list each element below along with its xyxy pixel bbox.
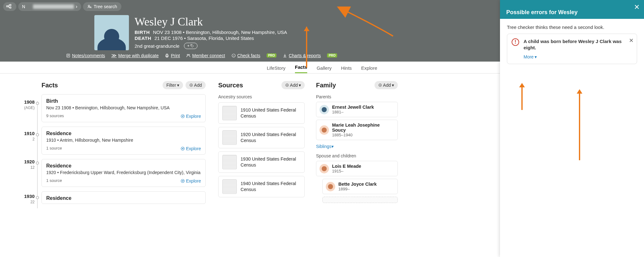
tree-icon-button[interactable] xyxy=(3,2,16,11)
fact-title: Birth xyxy=(46,98,201,104)
print-icon xyxy=(165,53,169,58)
timeline-age: 22 xyxy=(31,200,35,204)
panel-description: Tree checker thinks these need a second … xyxy=(507,25,637,30)
avatar-female-icon xyxy=(326,182,335,191)
plus-circle-icon xyxy=(189,83,193,87)
source-card[interactable]: 1920 United States Federal Census xyxy=(218,127,305,148)
source-card[interactable]: 1910 United States Federal Census xyxy=(218,102,305,124)
alert-text: A child was born before Wesley J Clark w… xyxy=(524,38,624,51)
source-card[interactable]: 1940 United States Federal Census xyxy=(218,176,305,197)
source-card[interactable]: 1930 United States Federal Census xyxy=(218,151,305,173)
svg-rect-1 xyxy=(10,4,11,6)
svg-point-16 xyxy=(181,115,184,118)
breadcrumb-blurred xyxy=(33,4,74,9)
spouse-label: Spouse and children xyxy=(316,153,398,158)
warning-icon: ! xyxy=(512,38,519,46)
family-title: Family xyxy=(316,82,372,89)
family-card[interactable]: Ernest Jewell Clark1881– xyxy=(316,102,398,117)
merge-link[interactable]: ≫ Merge with duplicate xyxy=(111,52,158,58)
family-card[interactable]: Marie Leah Josephine Soucy1885–1940 xyxy=(316,120,398,140)
explore-link[interactable]: Explore xyxy=(180,178,201,183)
family-name: Ernest Jewell Clark xyxy=(332,105,374,110)
source-thumb xyxy=(222,130,237,145)
tree-search-label: Tree search xyxy=(94,4,117,9)
sources-title: Sources xyxy=(218,82,279,89)
filter-button[interactable]: Filter ▾ xyxy=(163,81,183,89)
people-search-icon xyxy=(87,4,92,9)
family-dates: 1885–1940 xyxy=(332,133,394,137)
svg-rect-0 xyxy=(7,6,8,7)
people-icon xyxy=(186,53,191,58)
avatar-male-icon xyxy=(319,105,329,114)
fact-title: Residence xyxy=(46,195,201,201)
tab-gallery[interactable]: Gallery xyxy=(317,65,332,73)
fact-card[interactable]: Residence 1920 • Fredericksburg Upper Wa… xyxy=(42,159,206,187)
fact-detail: Nov 23 1908 • Bennington, Hillsborough, … xyxy=(46,105,201,110)
tab-facts[interactable]: Facts xyxy=(295,64,307,73)
svg-rect-2 xyxy=(10,7,11,8)
pro-badge: PRO xyxy=(267,53,277,57)
timeline-year: 1930 xyxy=(3,194,35,199)
explore-link[interactable]: Explore xyxy=(180,114,201,119)
fact-sources-count: 1 source xyxy=(46,146,201,150)
person-name: Wesley J Clark xyxy=(135,15,287,28)
relation-text: 2nd great-granduncle xyxy=(135,43,180,49)
plus-circle-icon xyxy=(285,83,289,87)
chevron-down-icon: ▾ xyxy=(331,144,334,149)
family-card[interactable]: Lois E Meade1915– xyxy=(316,161,398,176)
print-link[interactable]: Print xyxy=(165,53,180,58)
avatar-female-icon xyxy=(319,125,329,135)
tree-nodes-icon xyxy=(6,4,11,9)
family-name: Marie Leah Josephine Soucy xyxy=(332,123,394,133)
notes-icon xyxy=(66,53,70,58)
source-thumb xyxy=(222,106,237,120)
alert-close-button[interactable]: ✕ xyxy=(629,37,634,44)
explore-link[interactable]: Explore xyxy=(180,146,201,151)
add-tag-button[interactable]: + xyxy=(184,43,197,49)
alert-more-link[interactable]: More ▾ xyxy=(524,54,537,59)
tree-search-button[interactable]: Tree search xyxy=(83,2,121,11)
timeline-year: 1908 xyxy=(3,99,35,105)
panel-title: Possible errors for Wesley xyxy=(506,9,578,16)
fact-sources-count: 1 source xyxy=(46,178,201,183)
fact-card[interactable]: Birth Nov 23 1908 • Bennington, Hillsbor… xyxy=(42,94,206,122)
fact-card[interactable]: Residence xyxy=(42,191,206,204)
tab-lifestory[interactable]: LifeStory xyxy=(267,65,286,73)
charts-link[interactable]: Charts & reports xyxy=(283,53,321,58)
source-title: 1930 United States Federal Census xyxy=(241,156,301,168)
error-alert-card[interactable]: ! ✕ A child was born before Wesley J Cla… xyxy=(507,34,637,64)
svg-rect-10 xyxy=(166,54,168,55)
family-dates: 1899– xyxy=(338,187,377,191)
chevron-down-icon: ▾ xyxy=(392,83,394,88)
add-source-button[interactable]: Add ▾ xyxy=(281,81,305,89)
person-avatar[interactable] xyxy=(94,15,129,50)
svg-point-18 xyxy=(181,179,184,183)
compass-icon xyxy=(180,179,185,183)
fact-detail: 1910 • Antrim, Hillsborough, New Hampshi… xyxy=(46,138,201,143)
tab-hints[interactable]: Hints xyxy=(341,65,352,73)
family-card[interactable]: Bette Joyce Clark1899– xyxy=(322,179,398,194)
sources-sublabel: Ancestry sources xyxy=(218,94,305,99)
check-facts-link[interactable]: Check facts xyxy=(231,53,260,58)
avatar-female-icon xyxy=(319,164,329,173)
birth-value: NOV 23 1908 • Bennington, Hillsborough, … xyxy=(153,30,287,35)
notes-link[interactable]: Notes/comments xyxy=(66,53,105,58)
source-title: 1940 United States Federal Census xyxy=(241,181,301,193)
fact-detail: 1920 • Fredericksburg Upper Ward, Freder… xyxy=(46,170,201,175)
chevron-down-icon: ▾ xyxy=(535,54,537,59)
compass-icon xyxy=(180,114,185,118)
siblings-toggle[interactable]: Siblings ▾ xyxy=(316,144,334,149)
panel-close-button[interactable]: ✕ xyxy=(634,3,640,11)
fact-title: Residence xyxy=(46,131,201,136)
birth-label: BIRTH xyxy=(135,30,150,35)
fact-card[interactable]: Residence 1910 • Antrim, Hillsborough, N… xyxy=(42,127,206,155)
merge-icon: ≫ xyxy=(111,52,117,58)
member-connect-link[interactable]: Member connect xyxy=(186,53,225,58)
add-child-placeholder[interactable] xyxy=(322,197,398,203)
timeline-year: 1920 xyxy=(3,159,35,164)
add-fact-button[interactable]: Add xyxy=(186,81,206,89)
tab-explore[interactable]: Explore xyxy=(361,65,377,73)
add-family-button[interactable]: Add ▾ xyxy=(375,81,398,89)
breadcrumb-pill[interactable]: N › xyxy=(18,2,81,11)
timeline-year: 1910 xyxy=(3,131,35,136)
